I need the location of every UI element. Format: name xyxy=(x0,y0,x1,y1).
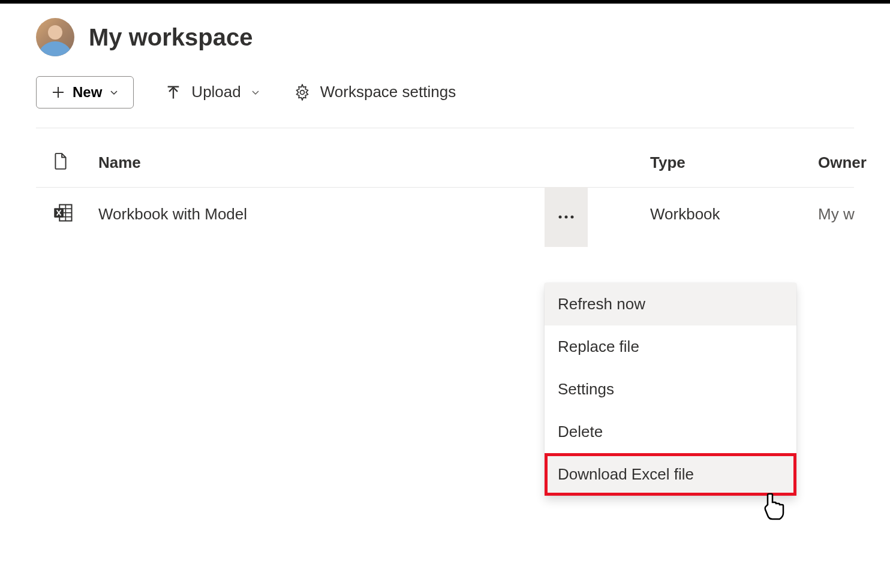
item-name[interactable]: Workbook with Model xyxy=(84,205,602,224)
more-options-button[interactable] xyxy=(545,187,588,247)
toolbar: New Upload xyxy=(36,76,854,128)
workspace-header: My workspace xyxy=(36,18,854,56)
svg-point-11 xyxy=(559,216,562,219)
document-icon xyxy=(53,152,68,170)
menu-item-delete[interactable]: Delete xyxy=(545,411,796,453)
upload-button-label: Upload xyxy=(191,83,240,101)
column-header-type[interactable]: Type xyxy=(650,153,818,172)
more-horizontal-icon xyxy=(558,215,575,219)
workspace-settings-button[interactable]: Workspace settings xyxy=(291,76,458,108)
upload-icon xyxy=(165,84,182,101)
column-header-name[interactable]: Name xyxy=(84,153,602,172)
column-header-owner[interactable]: Owner xyxy=(818,153,854,172)
cursor-pointer-icon xyxy=(763,493,787,525)
chevron-down-icon xyxy=(251,88,260,97)
plus-icon xyxy=(51,85,65,99)
new-button-label: New xyxy=(73,84,102,101)
workspace-settings-label: Workspace settings xyxy=(320,83,456,101)
gear-icon xyxy=(294,84,311,101)
item-type: Workbook xyxy=(650,205,818,224)
excel-icon xyxy=(53,202,74,224)
menu-item-settings[interactable]: Settings xyxy=(545,368,796,411)
svg-point-13 xyxy=(571,216,574,219)
new-button[interactable]: New xyxy=(36,76,134,108)
avatar xyxy=(36,18,74,56)
svg-point-4 xyxy=(300,90,304,94)
table-row[interactable]: Workbook with Model Workbook My w xyxy=(36,188,854,240)
page-title: My workspace xyxy=(89,24,252,51)
menu-item-refresh[interactable]: Refresh now xyxy=(545,283,796,325)
item-owner: My w xyxy=(818,205,854,224)
chevron-down-icon xyxy=(109,88,119,97)
table-header: Name Type Owner xyxy=(36,128,854,188)
menu-item-download[interactable]: Download Excel file xyxy=(545,453,796,496)
svg-point-12 xyxy=(565,216,568,219)
upload-button[interactable]: Upload xyxy=(163,76,262,108)
context-menu: Refresh now Replace file Settings Delete… xyxy=(545,283,796,496)
menu-item-replace[interactable]: Replace file xyxy=(545,325,796,368)
